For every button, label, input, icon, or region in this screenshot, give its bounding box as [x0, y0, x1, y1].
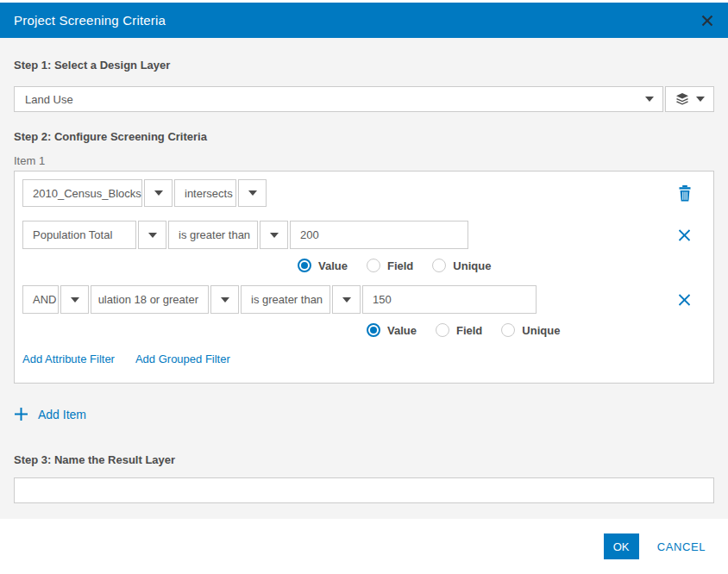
dialog-title: Project Screening Criteria — [14, 13, 166, 28]
filter-layer-select[interactable]: 2010_Census_Blocks — [22, 179, 142, 207]
radio-value-label: Value — [318, 259, 348, 272]
value-mode-radio-group: Value Field Unique — [367, 321, 706, 339]
field-select[interactable]: ulation 18 or greater — [91, 285, 209, 314]
radio-selected-icon[interactable] — [367, 323, 380, 337]
value-mode-radio-group: Value Field Unique — [298, 257, 706, 274]
operator-select[interactable]: is greater than — [241, 285, 330, 314]
field-select-caret[interactable] — [138, 221, 166, 249]
screening-item-card: 2010_Census_Blocks intersects — [14, 171, 714, 384]
attribute-filter-row: AND ulation 18 or greater is greater tha… — [22, 285, 706, 314]
filter-layer-value: 2010_Census_Blocks — [33, 187, 141, 200]
radio-unique[interactable]: Unique — [501, 323, 560, 337]
radio-field-label: Field — [456, 324, 482, 337]
spatial-relation-select[interactable]: intersects — [174, 179, 236, 207]
field-value: Population Total — [33, 228, 112, 241]
trash-icon[interactable] — [678, 185, 692, 202]
remove-filter-x-icon[interactable] — [678, 293, 691, 306]
radio-field[interactable]: Field — [436, 323, 482, 337]
step3-label: Step 3: Name the Result Layer — [14, 453, 714, 466]
caret-down-icon — [154, 190, 163, 196]
radio-field-label: Field — [387, 259, 413, 272]
operator-value: is greater than — [251, 293, 323, 306]
step1-label: Step 1: Select a Design Layer — [14, 59, 714, 72]
layer-picker-button[interactable] — [665, 86, 714, 112]
radio-unique-label: Unique — [453, 259, 491, 272]
caret-down-icon — [270, 233, 279, 238]
design-layer-value: Land Use — [25, 93, 73, 106]
cancel-button[interactable]: CANCEL — [657, 540, 706, 553]
caret-down-icon — [696, 97, 705, 102]
item-label: Item 1 — [14, 154, 714, 167]
caret-down-icon — [221, 297, 229, 303]
filter-value-input[interactable] — [373, 293, 526, 306]
dialog-body: Step 1: Select a Design Layer Land Use S… — [0, 38, 728, 519]
design-layer-row: Land Use — [14, 86, 714, 112]
field-select-caret[interactable] — [210, 285, 239, 314]
spatial-relation-value: intersects — [185, 187, 233, 200]
filter-value-field[interactable] — [290, 221, 468, 249]
radio-unselected-icon[interactable] — [432, 259, 446, 272]
ok-button[interactable]: OK — [604, 533, 639, 559]
filter-value-field[interactable] — [362, 285, 537, 314]
caret-down-icon — [248, 190, 257, 196]
radio-unselected-icon[interactable] — [367, 259, 380, 272]
add-item-button[interactable]: Add Item — [14, 407, 109, 421]
spatial-relation-caret[interactable] — [238, 179, 267, 207]
operator-select-caret[interactable] — [332, 285, 361, 314]
add-item-label: Add Item — [38, 408, 86, 421]
add-grouped-filter-link[interactable]: Add Grouped Filter — [135, 353, 230, 365]
layers-icon — [675, 92, 689, 106]
operator-select[interactable]: is greater than — [168, 221, 258, 249]
add-attribute-filter-link[interactable]: Add Attribute Filter — [22, 353, 115, 365]
caret-down-icon — [645, 97, 654, 102]
caret-down-icon — [342, 297, 351, 303]
filter-value-input[interactable] — [300, 228, 458, 241]
radio-selected-icon[interactable] — [298, 259, 311, 272]
spatial-filter-row: 2010_Census_Blocks intersects — [22, 179, 706, 207]
operator-value: is greater than — [179, 228, 250, 241]
radio-value[interactable]: Value — [298, 259, 348, 272]
radio-unselected-icon[interactable] — [436, 323, 449, 337]
logic-select[interactable]: AND — [22, 285, 59, 314]
radio-unique-label: Unique — [522, 324, 560, 337]
design-layer-select[interactable]: Land Use — [14, 86, 663, 112]
radio-unselected-icon[interactable] — [501, 323, 515, 337]
radio-value[interactable]: Value — [367, 323, 417, 337]
dialog-footer: OK CANCEL — [0, 519, 728, 574]
caret-down-icon — [71, 297, 79, 303]
logic-value: AND — [33, 293, 56, 306]
operator-select-caret[interactable] — [260, 221, 288, 249]
remove-filter-x-icon[interactable] — [678, 228, 691, 241]
logic-select-caret[interactable] — [60, 285, 89, 314]
radio-field[interactable]: Field — [367, 259, 413, 272]
filter-layer-caret[interactable] — [144, 179, 173, 207]
dialog-header: Project Screening Criteria — [0, 3, 728, 38]
result-layer-name-input[interactable] — [14, 477, 714, 503]
plus-icon — [14, 407, 28, 421]
project-screening-criteria-dialog: Project Screening Criteria Step 1: Selec… — [0, 0, 728, 574]
field-value: ulation 18 or greater — [98, 293, 198, 306]
filter-links-row: Add Attribute Filter Add Grouped Filter — [22, 353, 706, 365]
field-select[interactable]: Population Total — [22, 221, 136, 249]
step2-label: Step 2: Configure Screening Criteria — [14, 130, 714, 143]
close-icon[interactable] — [700, 14, 714, 28]
attribute-filter-row: Population Total is greater than — [22, 221, 706, 249]
radio-value-label: Value — [387, 324, 417, 337]
radio-unique[interactable]: Unique — [432, 259, 491, 272]
caret-down-icon — [148, 233, 157, 238]
